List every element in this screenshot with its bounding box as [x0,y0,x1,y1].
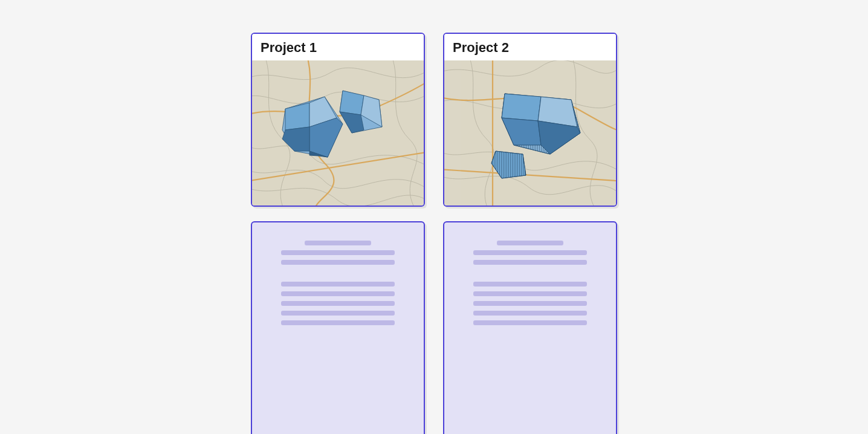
skeleton-group [473,282,587,325]
skeleton-group [473,241,587,265]
skeleton-line [305,241,371,245]
project-details-card-2 [443,221,617,434]
project-title: Project 1 [261,40,415,56]
project-column-1: Project 1 [251,33,425,434]
project-details-card-1 [251,221,425,434]
skeleton-line [473,260,587,265]
skeleton-line [473,282,587,287]
project-compare-layout: Project 1 [251,33,617,434]
project-card-header: Project 1 [252,34,424,60]
skeleton-line [281,320,395,325]
skeleton-line [281,250,395,255]
project-map-thumbnail [444,60,616,206]
svg-marker-16 [502,94,541,121]
project-card-2[interactable]: Project 2 [443,33,617,207]
skeleton-line [281,282,395,287]
project-card-1[interactable]: Project 1 [251,33,425,207]
skeleton-group [281,282,395,325]
project-column-2: Project 2 [443,33,617,434]
skeleton-line [281,260,395,265]
skeleton-line [281,301,395,306]
skeleton-line [473,250,587,255]
skeleton-line [473,291,587,296]
project-map-thumbnail [252,60,424,206]
project-title: Project 2 [453,40,607,56]
project-card-header: Project 2 [444,34,616,60]
skeleton-line [497,241,563,245]
skeleton-line [473,320,587,325]
skeleton-line [281,311,395,316]
skeleton-line [281,291,395,296]
skeleton-group [281,241,395,265]
skeleton-line [473,301,587,306]
skeleton-line [473,311,587,316]
